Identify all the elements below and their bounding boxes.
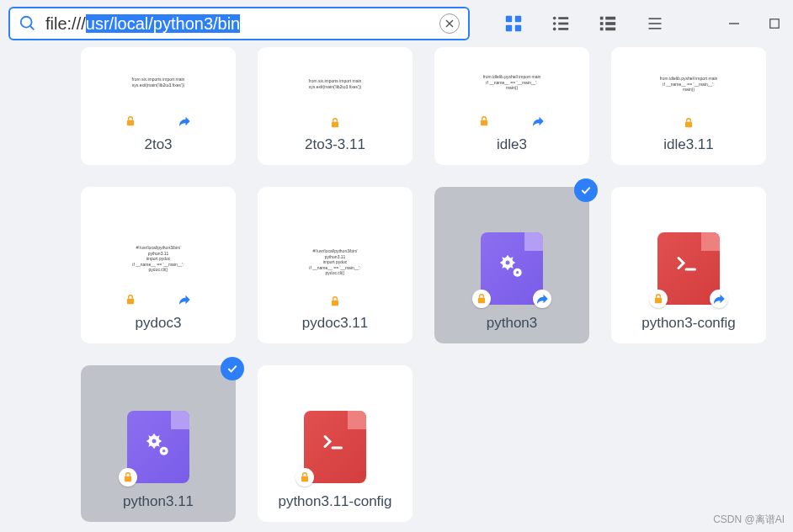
file-card[interactable]: #!/usr/local/python3/bin/python3.11impor… <box>81 187 236 343</box>
clear-button[interactable] <box>439 13 460 34</box>
file-name: python3-config <box>641 315 736 332</box>
file-name: 2to3 <box>144 136 172 153</box>
share-icon <box>530 113 546 130</box>
svg-rect-26 <box>332 121 338 126</box>
watermark: CSDN @离谱AI <box>713 513 785 527</box>
file-preview: from six.imports import mainsys.exit(mai… <box>297 59 373 109</box>
check-icon <box>221 357 244 380</box>
lock-icon <box>477 114 491 128</box>
share-icon <box>710 290 728 308</box>
svg-rect-30 <box>332 300 338 305</box>
file-preview: #!/usr/local/python3/bin/python3.11impor… <box>120 234 196 285</box>
badges <box>477 113 546 130</box>
svg-rect-7 <box>515 25 521 31</box>
minimize-button[interactable] <box>726 15 742 32</box>
maximize-button[interactable] <box>766 15 783 32</box>
svg-point-41 <box>162 450 165 452</box>
badges <box>682 116 695 130</box>
file-name: 2to3-3.11 <box>305 136 365 153</box>
svg-rect-44 <box>301 476 308 481</box>
svg-point-32 <box>506 260 510 264</box>
file-grid: from six.imports import mainsys.exit(mai… <box>0 47 793 522</box>
share-icon <box>533 290 551 308</box>
badges <box>328 295 342 308</box>
file-preview: from idlelib.pyshell import mainif __nam… <box>474 59 550 106</box>
file-name: python3.11 <box>123 493 194 510</box>
svg-rect-27 <box>481 120 487 125</box>
lock-icon <box>328 116 342 130</box>
file-card[interactable]: from six.imports import mainsys.exit(mai… <box>258 47 412 165</box>
address-selection: usr/local/python3/bin <box>86 14 240 33</box>
file-preview: from idlelib.pyshell import mainif __nam… <box>651 59 726 109</box>
svg-rect-4 <box>506 16 512 22</box>
lock-icon <box>119 468 137 487</box>
lock-icon <box>649 290 668 308</box>
svg-point-10 <box>553 22 556 25</box>
check-icon <box>574 178 598 202</box>
share-icon <box>176 113 193 130</box>
file-card[interactable]: from six.imports import mainsys.exit(mai… <box>81 47 236 165</box>
detail-view-icon[interactable] <box>598 13 618 34</box>
svg-rect-18 <box>600 28 604 31</box>
badges <box>124 113 193 130</box>
svg-line-1 <box>30 26 35 30</box>
view-buttons <box>503 13 665 34</box>
svg-rect-25 <box>127 120 134 125</box>
svg-rect-17 <box>605 22 615 25</box>
toolbar: file:///usr/local/python3/bin <box>0 0 793 47</box>
compact-view-icon[interactable] <box>645 13 665 34</box>
file-name: idle3 <box>497 136 527 153</box>
file-card[interactable]: python3.11-config <box>258 365 412 522</box>
svg-rect-24 <box>770 19 780 29</box>
binary-icon <box>481 232 543 305</box>
svg-rect-13 <box>558 28 568 30</box>
svg-rect-16 <box>600 22 604 25</box>
svg-rect-15 <box>605 17 615 20</box>
config-icon <box>657 232 720 305</box>
svg-rect-37 <box>655 297 662 302</box>
svg-rect-14 <box>600 17 604 20</box>
file-card[interactable]: python3 <box>434 187 589 343</box>
svg-rect-42 <box>125 476 131 481</box>
svg-rect-11 <box>558 23 568 25</box>
search-icon <box>19 14 37 33</box>
file-card[interactable]: python3-config <box>611 187 766 343</box>
svg-point-8 <box>553 17 556 20</box>
file-preview: from six.imports import mainsys.exit(mai… <box>120 59 196 106</box>
svg-point-0 <box>21 17 32 28</box>
grid-view-icon[interactable] <box>503 13 524 34</box>
file-name: idle3.11 <box>663 136 714 153</box>
lock-icon <box>682 116 695 130</box>
address-input[interactable]: file:///usr/local/python3/bin <box>45 14 431 34</box>
file-preview: #!/usr/local/python3/bin/python3.11impor… <box>297 237 373 288</box>
lock-icon <box>124 114 137 128</box>
binary-icon <box>127 411 189 483</box>
svg-point-12 <box>553 28 556 31</box>
badges <box>124 291 193 308</box>
file-card[interactable]: from idlelib.pyshell import mainif __nam… <box>611 47 766 165</box>
lock-icon <box>124 293 137 306</box>
file-name: pydoc3 <box>136 315 182 332</box>
svg-rect-29 <box>127 298 134 303</box>
file-name: pydoc3.11 <box>302 315 368 332</box>
svg-rect-28 <box>685 121 692 126</box>
lock-icon <box>295 468 314 487</box>
badges <box>328 116 342 130</box>
svg-point-39 <box>152 439 157 443</box>
file-name: python3 <box>487 315 538 332</box>
window-controls <box>726 15 783 32</box>
file-card[interactable]: #!/usr/local/python3/bin/python3.11impor… <box>258 187 412 343</box>
svg-rect-5 <box>515 16 521 22</box>
svg-point-34 <box>516 271 519 274</box>
share-icon <box>176 291 193 308</box>
file-card[interactable]: from idlelib.pyshell import mainif __nam… <box>434 47 589 165</box>
search-container[interactable]: file:///usr/local/python3/bin <box>8 7 470 40</box>
file-card[interactable]: python3.11 <box>81 365 236 522</box>
svg-rect-6 <box>506 25 512 31</box>
file-name: python3.11-config <box>278 493 391 510</box>
config-icon <box>304 411 366 483</box>
list-view-icon[interactable] <box>551 13 571 34</box>
svg-rect-35 <box>478 297 485 302</box>
address-prefix: file:/// <box>45 14 86 33</box>
svg-rect-9 <box>558 17 568 19</box>
